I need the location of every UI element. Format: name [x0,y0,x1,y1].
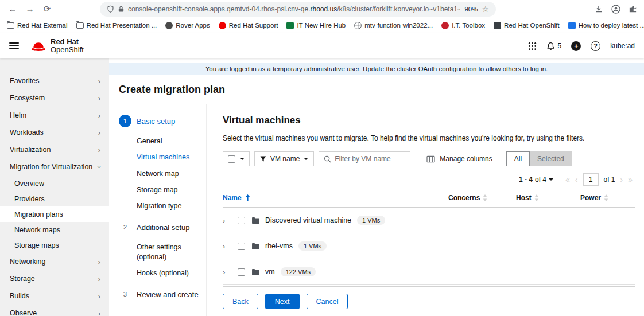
column-header-power[interactable]: Power [580,194,635,202]
manage-columns-button[interactable]: Manage columns [426,155,492,163]
download-icon[interactable] [594,5,603,14]
sidebar-item-overview[interactable]: Overview [0,175,109,191]
expand-chevron-icon[interactable]: › [223,268,238,276]
profile-icon[interactable] [611,5,620,14]
user-menu[interactable]: kube:ad [610,42,635,50]
sidebar-item-favorites[interactable]: Favorites› [0,72,109,89]
url-path: /k8s/cluster/forklift.konveyor.io~v1beta… [337,5,460,13]
wizard-step-basic-setup[interactable]: 1 Basic setup [119,115,201,127]
sidebar-item-builds[interactable]: Builds› [0,287,109,305]
sidebar-item-providers[interactable]: Providers [0,191,109,206]
sidebar-item-label: Networking [10,258,46,266]
chevron-right-icon: › [98,275,100,283]
sidebar-item-ecosystem[interactable]: Ecosystem› [0,89,109,107]
zoom-level[interactable]: 90% [464,6,478,13]
expand-chevron-icon[interactable]: › [223,216,238,225]
extensions-icon[interactable] [629,5,637,13]
table-row[interactable]: › Discovered virtual machine 1 VMs [223,208,635,233]
additional-setup-substeps: Other settings (optional) Hooks (optiona… [137,239,201,281]
help-icon[interactable]: ? [591,41,600,51]
column-label: Power [580,194,601,202]
bulk-select-checkbox[interactable] [228,155,235,163]
sidebar-item-virtualization[interactable]: Virtualization› [0,141,109,158]
row-checkbox[interactable] [238,217,245,224]
wizard-content: Virtual machines Select the virtual mach… [207,104,644,316]
sidebar-item-label: Helm [10,111,26,119]
next-button[interactable]: Next [265,294,300,309]
bookmark-red-hat-openshift[interactable]: Red Hat OpenShift [494,22,560,29]
toggle-selected-button[interactable]: Selected [530,151,572,166]
row-checkbox[interactable] [238,243,245,250]
bookmark-red-hat-support[interactable]: Red Hat Support [219,22,278,29]
row-checkbox[interactable] [238,268,245,276]
current-page-input[interactable]: 1 [583,173,599,186]
wizard-substep-hooks[interactable]: Hooks (optional) [137,265,201,281]
wizard-substep-other-settings[interactable]: Other settings (optional) [137,239,201,265]
bookmark-how-to-deploy[interactable]: How to deploy latest ... [568,22,644,29]
back-button[interactable]: Back [223,294,258,309]
bookmark-rover-apps[interactable]: Rover Apps [165,22,210,29]
sidebar-item-networking[interactable]: Networking› [0,253,109,270]
back-icon[interactable]: ← [7,3,18,15]
expand-chevron-icon[interactable]: › [223,242,238,251]
step-label: Additional setup [137,223,190,232]
sidebar-item-storage[interactable]: Storage› [0,270,109,287]
notifications-bell-icon[interactable]: 5 [546,42,562,50]
oauth-config-link[interactable]: cluster OAuth configuration [397,65,477,72]
bulk-select-dropdown[interactable] [223,151,250,166]
toggle-all-button[interactable]: All [506,151,530,166]
first-page-button[interactable]: « [565,175,570,184]
prev-page-button[interactable]: ‹ [575,175,578,184]
forward-icon[interactable]: → [24,3,36,15]
sidebar-item-label: Favorites [10,77,39,85]
sort-ascending-icon [245,194,250,201]
chevron-right-icon: › [98,258,100,266]
brand-line1: Red Hat [51,37,79,46]
column-header-name[interactable]: Name [223,194,448,202]
wizard-substep-storage-map[interactable]: Storage map [137,182,201,198]
reload-icon[interactable]: ⟳ [41,3,53,15]
basic-setup-substeps: General Virtual machines Network map Sto… [137,133,201,214]
shield-icon[interactable] [107,5,114,13]
wizard-step-review-and-create[interactable]: 3 Review and create [119,288,201,301]
lock-icon[interactable] [118,5,124,13]
brand-logo: Red HatOpenShift [30,38,84,54]
sidebar-item-network-maps[interactable]: Network maps [0,222,109,237]
brand-line2: OpenShift [51,45,84,54]
column-header-concerns[interactable]: Concerns [448,194,516,202]
filter-attribute-dropdown[interactable]: VM name [254,151,314,166]
table-row[interactable]: › rhel-vms 1 VMs [223,233,635,259]
bookmark-it-toolbox[interactable]: I.T. Toolbox [441,22,485,29]
bookmark-it-new-hire-hub[interactable]: IT New Hire Hub [286,22,346,29]
bookmark-red-hat-presentation[interactable]: Red Hat Presentation ... [76,22,157,29]
banner-text: You are logged in as a temporary adminis… [205,65,397,72]
table-row[interactable]: › vm 122 VMs [223,259,635,285]
search-input[interactable] [335,155,405,163]
sidebar-item-observe[interactable]: Observe› [0,305,109,316]
wizard-substep-network-map[interactable]: Network map [137,166,201,182]
column-header-host[interactable]: Host [516,194,580,202]
sidebar-item-helm[interactable]: Helm› [0,107,109,124]
cancel-button[interactable]: Cancel [307,294,348,309]
wizard-substep-migration-type[interactable]: Migration type [137,198,201,214]
bookmark-mtv-function[interactable]: mtv-function-win2022... [354,22,433,29]
per-page-dropdown[interactable]: 1 - 4 of 4 [519,175,553,184]
bookmark-red-hat-external[interactable]: Red Hat External [7,22,68,29]
search-icon [324,155,331,163]
quick-create-plus-icon[interactable]: + [571,41,581,51]
sidebar-item-storage-maps[interactable]: Storage maps [0,237,109,253]
wizard-substep-virtual-machines[interactable]: Virtual machines [137,149,201,165]
sidebar-item-migration-plans[interactable]: Migration plans [0,206,109,222]
wizard-substep-general[interactable]: General [137,133,201,149]
bookmark-star-icon[interactable]: ☆ [482,5,489,14]
toolbox-favicon [441,22,449,29]
next-page-button[interactable]: › [620,175,623,184]
app-launcher-icon[interactable] [528,42,537,50]
sidebar-item-migration-for-virtualization[interactable]: Migration for Virtualization› [0,158,109,175]
last-page-button[interactable]: » [628,175,633,184]
url-text: console-openshift-console.apps.qemtvd-04… [128,5,460,13]
wizard-step-additional-setup[interactable]: 2 Additional setup [119,221,201,233]
hamburger-menu-icon[interactable] [9,42,19,49]
sidebar-item-workloads[interactable]: Workloads› [0,124,109,141]
url-bar[interactable]: console-openshift-console.apps.qemtvd-04… [100,2,496,17]
